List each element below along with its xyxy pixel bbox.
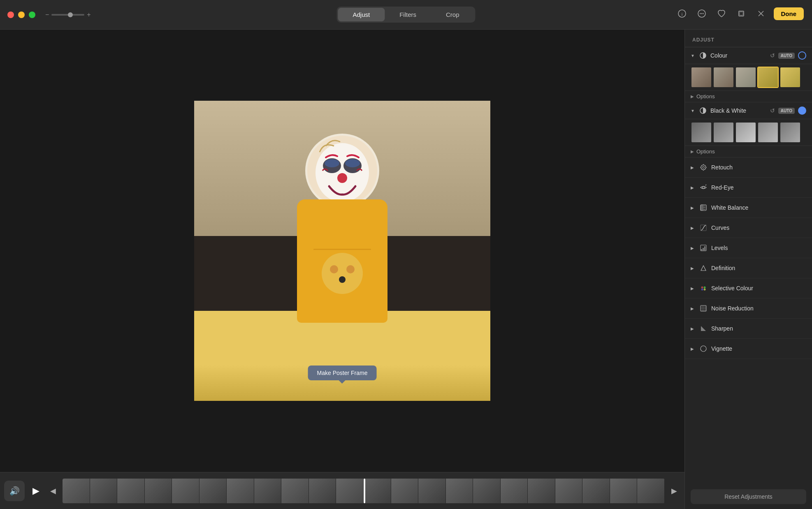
zoom-minus-icon[interactable]: −: [45, 12, 49, 18]
toolbar-right: i Done: [675, 7, 804, 21]
crop-icon[interactable]: [734, 7, 748, 21]
playhead[interactable]: [364, 479, 365, 503]
colour-thumb-5[interactable]: [780, 67, 801, 88]
colour-section-header[interactable]: ▼ Colour ↺ AUTO: [685, 47, 812, 64]
favorites-icon[interactable]: [715, 7, 728, 21]
curves-item[interactable]: ▶ Curves: [685, 218, 812, 238]
figure-body: [297, 199, 387, 323]
selective-colour-item[interactable]: ▶ Selective Colour: [685, 278, 812, 298]
colour-thumb-3[interactable]: [735, 67, 756, 88]
sharpen-label: Sharpen: [711, 325, 806, 332]
svg-point-54: [701, 346, 706, 352]
filmstrip-frame: [473, 479, 501, 503]
titlebar: − + Adjust Filters Crop i: [0, 0, 812, 30]
tab-adjust[interactable]: Adjust: [338, 8, 385, 21]
colour-options-row[interactable]: ▶ Options: [685, 91, 812, 102]
colour-section-title: Colour: [710, 52, 767, 59]
colour-toggle-btn[interactable]: [798, 51, 806, 60]
tab-filters[interactable]: Filters: [385, 8, 431, 21]
colour-options-expand-icon: ▶: [691, 94, 694, 99]
bw-thumb-2[interactable]: [713, 122, 734, 143]
vignette-item[interactable]: ▶ Vignette: [685, 339, 812, 359]
close-button[interactable]: [7, 12, 14, 18]
levels-icon: [699, 243, 708, 252]
red-eye-item[interactable]: ▶ Red-Eye: [685, 178, 812, 198]
retouch-item[interactable]: ▶ Retouch: [685, 157, 812, 178]
white-balance-icon: [699, 203, 708, 212]
fullscreen-button[interactable]: [29, 12, 35, 18]
svg-point-44: [704, 287, 706, 289]
definition-item[interactable]: ▶ Definition: [685, 258, 812, 278]
timeline: 🔊 ▶ ◀: [0, 472, 684, 509]
bw-toggle-btn[interactable]: [798, 106, 806, 115]
bw-options-row[interactable]: ▶ Options: [685, 146, 812, 157]
adjust-header: ADJUST: [685, 30, 812, 47]
more-options-icon[interactable]: [695, 7, 709, 21]
info-icon[interactable]: i: [675, 7, 689, 21]
zoom-thumb[interactable]: [68, 12, 73, 17]
svg-point-26: [703, 167, 705, 169]
sharpen-item[interactable]: ▶ Sharpen: [685, 319, 812, 339]
filmstrip-frame: [117, 479, 145, 503]
bw-section-header[interactable]: ▼ Black & White ↺ AUTO: [685, 102, 812, 119]
svg-point-46: [704, 289, 706, 291]
filmstrip-frame: [200, 479, 227, 503]
play-button[interactable]: ▶: [28, 483, 44, 499]
svg-point-3: [700, 13, 701, 14]
bw-options-label[interactable]: Options: [696, 148, 715, 155]
zoom-plus-icon[interactable]: +: [87, 12, 90, 18]
minimize-button[interactable]: [18, 12, 25, 18]
zoom-track[interactable]: [51, 14, 84, 16]
done-button[interactable]: Done: [774, 7, 804, 20]
tab-crop[interactable]: Crop: [431, 8, 474, 21]
white-balance-item[interactable]: ▶ White Balance: [685, 198, 812, 218]
bw-thumb-4[interactable]: [757, 122, 779, 143]
svg-point-5: [703, 13, 703, 14]
sharpen-icon: [699, 324, 708, 333]
video-area: Make Poster Frame 🔊 ▶ ◀: [0, 30, 684, 509]
next-frame-button[interactable]: ▶: [668, 481, 680, 501]
volume-button[interactable]: 🔊: [4, 481, 25, 501]
filmstrip-frame: [254, 479, 282, 503]
filmstrip-frame: [418, 479, 446, 503]
bw-undo-icon[interactable]: ↺: [770, 107, 775, 114]
prev-frame-button[interactable]: ◀: [47, 481, 59, 501]
bw-thumb-5[interactable]: [780, 122, 801, 143]
vignette-expand-icon: ▶: [691, 347, 696, 351]
levels-item[interactable]: ▶ Levels: [685, 238, 812, 258]
video-frame: Make Poster Frame: [194, 101, 490, 401]
filmstrip-frame: [336, 479, 364, 503]
noise-reduction-expand-icon: ▶: [691, 306, 696, 311]
filmstrip-frame: [582, 479, 610, 503]
vignette-icon: [699, 344, 708, 353]
figure-head: [305, 134, 379, 208]
svg-point-4: [701, 13, 702, 14]
svg-point-20: [346, 265, 355, 273]
bw-thumb-1[interactable]: [691, 122, 712, 143]
reset-adjustments-button[interactable]: Reset Adjustments: [691, 489, 806, 504]
tab-bar: Adjust Filters Crop: [336, 7, 475, 23]
selective-colour-label: Selective Colour: [711, 285, 806, 292]
bw-options-expand-icon: ▶: [691, 149, 694, 154]
bw-icon: [699, 107, 707, 114]
colour-auto-badge[interactable]: AUTO: [778, 53, 795, 59]
colour-thumb-4[interactable]: [757, 67, 779, 88]
colour-undo-icon[interactable]: ↺: [770, 52, 775, 59]
retouch-expand-icon: ▶: [691, 165, 696, 170]
colour-thumb-1[interactable]: [691, 67, 712, 88]
filmstrip[interactable]: [63, 479, 665, 503]
retouch-icon[interactable]: [754, 7, 768, 21]
noise-reduction-item[interactable]: ▶ Noise Reduction: [685, 298, 812, 319]
curves-expand-icon: ▶: [691, 226, 696, 230]
curves-label: Curves: [711, 224, 806, 231]
svg-rect-7: [740, 12, 743, 15]
colour-thumb-2[interactable]: [713, 67, 734, 88]
bw-auto-badge[interactable]: AUTO: [778, 108, 795, 114]
retouch-icon: [699, 163, 708, 172]
bw-thumb-3[interactable]: [735, 122, 756, 143]
svg-point-14: [325, 159, 339, 167]
svg-rect-22: [313, 249, 371, 250]
filmstrip-frame: [172, 479, 200, 503]
colour-options-label[interactable]: Options: [696, 93, 715, 99]
svg-point-16: [337, 173, 347, 183]
